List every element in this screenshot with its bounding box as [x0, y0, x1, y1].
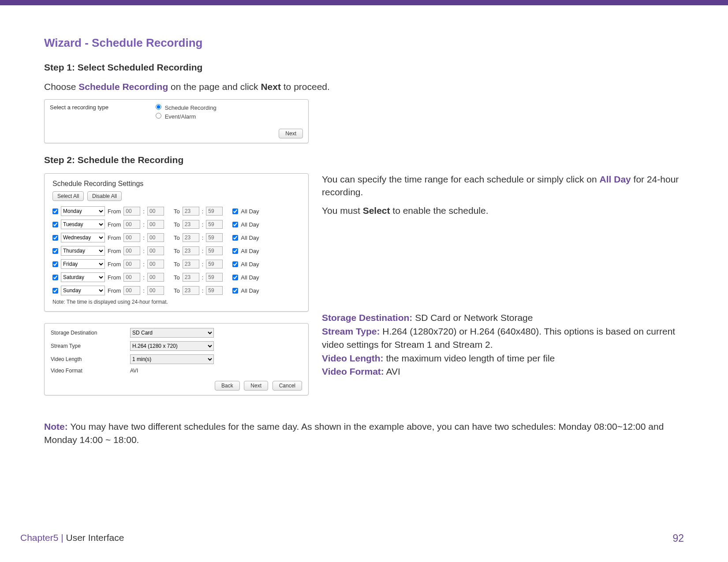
page-footer: Chapter5 | User Interface 92	[0, 532, 728, 544]
from-label: From	[108, 234, 121, 241]
time-format-note: Note: The time is displayed using 24-hou…	[52, 299, 300, 305]
to-hour-input[interactable]	[183, 273, 199, 282]
allday-checkbox[interactable]	[232, 208, 238, 214]
screenshot-recording-type: Select a recording type Schedule Recordi…	[44, 99, 309, 143]
day-select[interactable]: Friday	[61, 259, 105, 269]
from-label: From	[108, 248, 121, 254]
from-hour-input[interactable]	[123, 273, 140, 282]
cancel-button[interactable]: Cancel	[273, 381, 302, 391]
day-select[interactable]: Sunday	[61, 286, 105, 295]
section-title: Wizard - Schedule Recording	[44, 36, 684, 50]
to-min-input[interactable]	[206, 286, 223, 295]
allday-checkbox[interactable]	[232, 275, 238, 280]
to-min-input[interactable]	[206, 273, 223, 282]
allday-checkbox[interactable]	[232, 235, 238, 241]
day-enable-checkbox[interactable]	[52, 275, 58, 280]
from-min-input[interactable]	[147, 260, 164, 268]
from-min-input[interactable]	[147, 246, 164, 255]
allday-checkbox[interactable]	[232, 288, 238, 294]
to-hour-input[interactable]	[183, 246, 199, 255]
schedule-row: SaturdayFrom:To:All Day	[52, 272, 300, 282]
label-storage-destination: Storage Destination	[51, 330, 130, 336]
day-enable-checkbox[interactable]	[52, 235, 58, 241]
allday-checkbox[interactable]	[232, 248, 238, 254]
label-select-type: Select a recording type	[50, 104, 120, 111]
day-select[interactable]: Saturday	[61, 272, 105, 282]
text: to enable the schedule.	[390, 205, 489, 216]
day-enable-checkbox[interactable]	[52, 288, 58, 294]
day-enable-checkbox[interactable]	[52, 222, 58, 227]
desc-text: SD Card or Network Storage	[412, 313, 533, 323]
allday-label: All Day	[241, 248, 259, 254]
from-min-input[interactable]	[147, 207, 164, 216]
screenshot-storage-settings: Storage Destination SD Card Stream Type …	[44, 323, 309, 395]
step2-paragraph-1: You can specify the time range for each …	[322, 173, 684, 198]
footer-sep: |	[58, 532, 66, 543]
from-label: From	[108, 274, 121, 281]
bold-text: Next	[261, 82, 281, 92]
select-stream-type[interactable]: H.264 (1280 x 720)	[130, 341, 214, 351]
to-hour-input[interactable]	[183, 220, 199, 229]
allday-label: All Day	[241, 287, 259, 294]
next-button[interactable]: Next	[244, 381, 268, 391]
day-select[interactable]: Wednesday	[61, 233, 105, 242]
label-video-format: Video Format	[51, 368, 130, 374]
page-number: 92	[672, 532, 684, 544]
radio-input[interactable]	[156, 113, 161, 119]
to-label: To	[174, 274, 180, 281]
disable-all-button[interactable]: Disable All	[87, 191, 122, 201]
colon: :	[202, 208, 204, 215]
to-hour-input[interactable]	[183, 260, 199, 268]
to-min-input[interactable]	[206, 220, 223, 229]
from-hour-input[interactable]	[123, 246, 140, 255]
colon: :	[202, 274, 204, 281]
day-select[interactable]: Tuesday	[61, 220, 105, 229]
day-enable-checkbox[interactable]	[52, 208, 58, 214]
day-enable-checkbox[interactable]	[52, 248, 58, 254]
to-hour-input[interactable]	[183, 286, 199, 295]
page-content: Wizard - Schedule Recording Step 1: Sele…	[0, 5, 728, 446]
to-hour-input[interactable]	[183, 233, 199, 242]
select-video-length[interactable]: 1 min(s)	[130, 354, 214, 364]
to-min-input[interactable]	[206, 233, 223, 242]
select-all-button[interactable]: Select All	[52, 191, 84, 201]
from-hour-input[interactable]	[123, 286, 140, 295]
next-button[interactable]: Next	[279, 129, 303, 138]
back-button[interactable]: Back	[215, 381, 240, 391]
note-label: Note:	[44, 421, 68, 432]
allday-checkbox[interactable]	[232, 261, 238, 267]
to-min-input[interactable]	[206, 246, 223, 255]
from-hour-input[interactable]	[123, 220, 140, 229]
to-hour-input[interactable]	[183, 207, 199, 216]
from-min-input[interactable]	[147, 273, 164, 282]
text: on the page and click	[168, 82, 261, 92]
radio-schedule-recording[interactable]: Schedule Recording	[156, 104, 217, 111]
day-select[interactable]: Thursday	[61, 246, 105, 256]
to-min-input[interactable]	[206, 207, 223, 216]
from-label: From	[108, 208, 121, 215]
colon: :	[202, 221, 204, 228]
radio-event-alarm[interactable]: Event/Alarm	[156, 113, 217, 120]
day-enable-checkbox[interactable]	[52, 261, 58, 267]
to-label: To	[174, 248, 180, 254]
radio-input[interactable]	[156, 104, 161, 110]
value-video-format: AVI	[130, 368, 138, 374]
brand-text: All Day	[600, 174, 631, 184]
allday-checkbox[interactable]	[232, 222, 238, 227]
day-select[interactable]: Monday	[61, 206, 105, 216]
to-min-input[interactable]	[206, 260, 223, 268]
from-min-input[interactable]	[147, 233, 164, 242]
label-video-length: Video Length	[51, 356, 130, 362]
brand-text: Schedule Recording	[78, 82, 168, 92]
desc-label: Video Length:	[322, 353, 384, 363]
from-hour-input[interactable]	[123, 260, 140, 268]
radio-label: Event/Alarm	[165, 113, 196, 120]
from-hour-input[interactable]	[123, 233, 140, 242]
desc-label: Storage Destination:	[322, 313, 412, 323]
from-hour-input[interactable]	[123, 207, 140, 216]
select-storage-destination[interactable]: SD Card	[130, 328, 214, 338]
from-min-input[interactable]	[147, 220, 164, 229]
schedule-row: WednesdayFrom:To:All Day	[52, 233, 300, 242]
from-min-input[interactable]	[147, 286, 164, 295]
schedule-settings-title: Schedule Recording Settings	[52, 180, 300, 188]
